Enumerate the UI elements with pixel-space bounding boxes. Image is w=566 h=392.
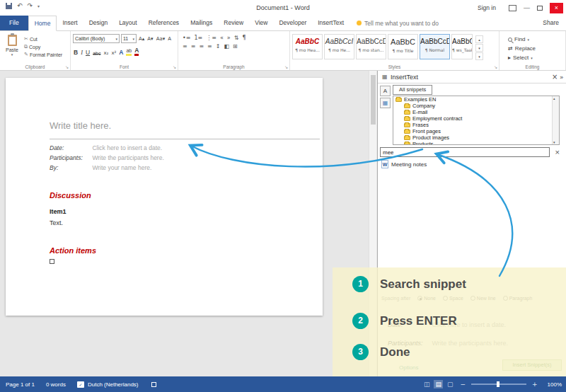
tab-file[interactable]: File <box>0 16 28 30</box>
align-left-button[interactable]: ≡ <box>183 43 187 50</box>
show-paragraph-marks-button[interactable]: ¶ <box>242 35 246 41</box>
justify-button[interactable]: ≡ <box>207 43 212 50</box>
date-placeholder[interactable]: Click here to insert a date. <box>92 144 162 151</box>
text-effects-button[interactable]: A <box>119 49 123 56</box>
tab-layout[interactable]: Layout <box>113 16 143 30</box>
tree-item[interactable]: Product images <box>393 134 559 141</box>
font-size-combo[interactable]: 11 ▾ <box>121 34 137 43</box>
date-field[interactable]: Date: Click here to insert a date. <box>50 144 162 151</box>
style-item[interactable]: AaBbCcDc ¶ ws_Taak... <box>451 34 473 59</box>
font-dialog-launcher[interactable]: ↘ <box>173 64 176 69</box>
tree-item[interactable]: Front pages <box>393 128 559 134</box>
macro-record-icon[interactable] <box>151 382 156 387</box>
language-indicator[interactable]: Dutch (Netherlands) <box>88 381 139 388</box>
italic-button[interactable]: I <box>81 49 83 56</box>
zoom-level[interactable]: 100% <box>548 381 562 388</box>
zoom-out-button[interactable]: − <box>460 381 466 388</box>
clipboard-dialog-launcher[interactable]: ↘ <box>65 64 69 69</box>
zoom-in-button[interactable]: + <box>532 381 538 388</box>
tree-scrollbar[interactable]: ▴ ▾ <box>552 96 559 144</box>
tab-inserttext[interactable]: InsertText <box>312 16 350 30</box>
superscript-button[interactable]: x² <box>111 50 116 56</box>
copy-button[interactable]: ⧉ Copy <box>24 44 62 50</box>
tab-review[interactable]: Review <box>218 16 249 30</box>
find-button[interactable]: Find ▾ <box>508 36 564 42</box>
ribbon-display-options-icon[interactable] <box>509 5 516 11</box>
tree-item[interactable]: Frases <box>393 122 559 128</box>
multilevel-list-button[interactable]: ⋮≡ <box>206 35 216 41</box>
scroll-up-icon[interactable]: ▴ <box>553 96 555 100</box>
subscript-button[interactable]: x₂ <box>103 50 108 56</box>
bold-button[interactable]: B <box>74 49 78 56</box>
grow-font-icon[interactable]: A▴ <box>138 36 145 42</box>
scrollbar-thumb[interactable] <box>371 75 376 125</box>
restore-button[interactable] <box>537 6 543 11</box>
word-count[interactable]: 0 words <box>46 381 66 388</box>
gallery-down-icon[interactable]: ▾ <box>475 44 483 52</box>
align-center-button[interactable]: ≡ <box>191 43 196 50</box>
tab-developer[interactable]: Developer <box>273 16 312 30</box>
decrease-indent-button[interactable]: « <box>220 35 224 41</box>
format-painter-button[interactable]: ✎ Format Painter <box>24 52 62 57</box>
tree-item[interactable]: E-mail <box>393 109 559 115</box>
by-placeholder[interactable]: Write your name here. <box>92 164 151 171</box>
clear-formatting-icon[interactable]: A <box>167 36 172 42</box>
tab-mailings[interactable]: Mailings <box>185 16 218 30</box>
bullets-button[interactable]: •≡ <box>183 35 190 41</box>
select-button[interactable]: ▸ Select ▾ <box>508 54 564 61</box>
web-layout-icon[interactable]: ▢ <box>446 380 455 388</box>
zoom-slider[interactable] <box>471 384 526 385</box>
tree-item[interactable]: Products <box>393 141 559 145</box>
participants-field[interactable]: Participants: Write the participants her… <box>50 154 164 161</box>
styles-dialog-launcher[interactable]: ↘ <box>494 64 497 69</box>
sort-button[interactable]: ⇅ <box>234 35 239 41</box>
zoom-slider-thumb[interactable] <box>497 381 499 387</box>
print-layout-icon[interactable]: ▤ <box>434 380 443 388</box>
tab-references[interactable]: References <box>143 16 185 30</box>
borders-button[interactable]: ⊞ <box>233 43 238 50</box>
highlight-button[interactable]: ab <box>126 47 132 56</box>
minimize-button[interactable]: — <box>524 4 530 11</box>
font-color-button[interactable]: A <box>134 47 139 56</box>
search-result-item[interactable]: W Meeting notes <box>381 160 427 168</box>
pane-chevrons-icon[interactable]: » <box>560 74 564 81</box>
tree-item[interactable]: Company <box>393 103 559 109</box>
scroll-down-icon[interactable]: ▾ <box>553 140 555 144</box>
tab-home[interactable]: Home <box>28 16 57 31</box>
snippet-search-input[interactable] <box>380 147 550 157</box>
style-item[interactable]: AaBbC ¶ mo Hea... <box>292 34 323 59</box>
style-item[interactable]: AaBbC ¶ mo Title <box>388 34 418 59</box>
document-page[interactable]: Write title here. Date: Click here to in… <box>6 78 323 316</box>
align-right-button[interactable]: ≡ <box>199 43 204 50</box>
sign-in-link[interactable]: Sign in <box>478 4 496 11</box>
paragraph-dialog-launcher[interactable]: ↘ <box>284 64 288 69</box>
checkbox[interactable] <box>50 259 54 264</box>
change-case-icon[interactable]: Aa▾ <box>156 36 166 42</box>
replace-button[interactable]: ⇄ Replace <box>508 45 564 52</box>
text-snippets-rail-button[interactable]: A <box>380 86 391 96</box>
numbering-button[interactable]: 1≡ <box>194 35 202 41</box>
tree-item[interactable]: Employment contract <box>393 115 559 122</box>
by-field[interactable]: By: Write your name here. <box>50 164 151 171</box>
underline-button[interactable]: U <box>86 49 90 56</box>
cut-button[interactable]: ✂ Cut <box>24 36 62 42</box>
title-placeholder[interactable]: Write title here. <box>50 120 111 131</box>
style-item-selected[interactable]: AaBbCcDc ¶ Normal <box>420 34 450 59</box>
tab-insert[interactable]: Insert <box>57 16 83 30</box>
increase-indent-button[interactable]: » <box>227 35 231 41</box>
tell-me-box[interactable]: Tell me what you want to do <box>357 16 439 30</box>
all-snippets-tab[interactable]: All snippets <box>393 85 432 95</box>
proofing-icon[interactable]: ✓ <box>77 381 84 388</box>
clear-search-icon[interactable]: × <box>555 149 560 156</box>
shading-button[interactable]: ◧ <box>224 43 230 50</box>
close-button[interactable]: × <box>550 3 563 13</box>
gallery-more-icon[interactable]: ▾ <box>475 52 483 60</box>
paste-button[interactable]: Paste ▾ <box>1 33 23 57</box>
shrink-font-icon[interactable]: A▾ <box>146 36 154 42</box>
tab-view[interactable]: View <box>249 16 273 30</box>
font-family-combo[interactable]: Calibri (Body) ▾ <box>73 34 120 43</box>
tab-design[interactable]: Design <box>83 16 113 30</box>
strikethrough-button[interactable]: abc <box>93 51 100 56</box>
style-item[interactable]: AaBbCcDd ¶ mo stan... <box>356 34 386 59</box>
style-item[interactable]: AaBbCcI ¶ mo He... <box>324 34 354 59</box>
